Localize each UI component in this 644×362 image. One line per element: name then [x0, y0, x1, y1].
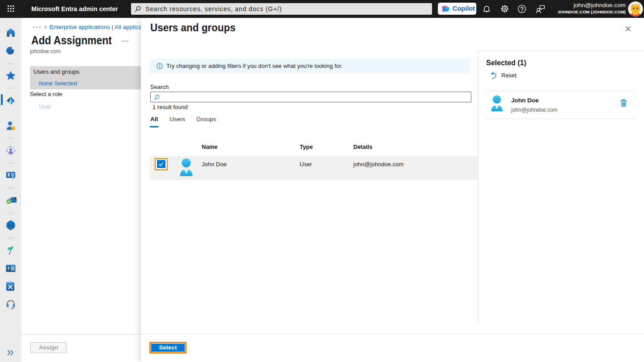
svg-text:$: $ [8, 266, 10, 270]
